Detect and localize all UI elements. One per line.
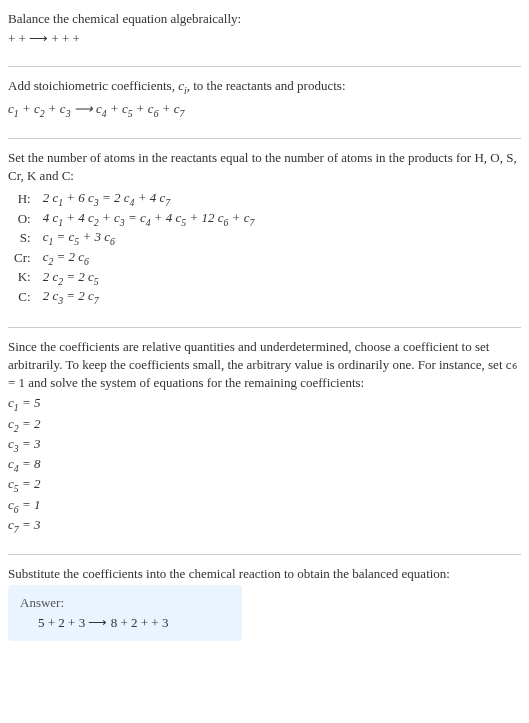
coefficient-item: c2 = 2 — [8, 415, 521, 435]
element-equation: 2 c2 = 2 c5 — [37, 268, 261, 288]
table-row: O:4 c1 + 4 c2 + c3 = c4 + 4 c5 + 12 c6 +… — [8, 209, 260, 229]
divider-2 — [8, 138, 521, 139]
table-row: S:c1 = c5 + 3 c6 — [8, 228, 260, 248]
element-label: Cr: — [8, 248, 37, 268]
element-label: S: — [8, 228, 37, 248]
table-row: Cr:c2 = 2 c6 — [8, 248, 260, 268]
solve-text: Since the coefficients are relative quan… — [8, 338, 521, 393]
section-solve: Since the coefficients are relative quan… — [8, 338, 521, 544]
table-row: K:2 c2 = 2 c5 — [8, 268, 260, 288]
stoich-text-a: Add stoichiometric coefficients, — [8, 78, 178, 93]
answer-label: Answer: — [20, 595, 230, 611]
element-equation: c1 = c5 + 3 c6 — [37, 228, 261, 248]
answer-equation: 5 + 2 + 3 ⟶ 8 + 2 + + 3 — [20, 615, 230, 631]
substitute-text: Substitute the coefficients into the che… — [8, 565, 521, 583]
coefficient-item: c6 = 1 — [8, 496, 521, 516]
table-row: C:2 c3 = 2 c7 — [8, 287, 260, 307]
element-equation: c2 = 2 c6 — [37, 248, 261, 268]
stoich-equation: c1 + c2 + c3 ⟶ c4 + c5 + c6 + c7 — [8, 100, 521, 120]
table-row: H:2 c1 + 6 c3 = 2 c4 + 4 c7 — [8, 189, 260, 209]
divider-3 — [8, 327, 521, 328]
atom-equations-table: H:2 c1 + 6 c3 = 2 c4 + 4 c7O:4 c1 + 4 c2… — [8, 189, 260, 307]
element-equation: 4 c1 + 4 c2 + c3 = c4 + 4 c5 + 12 c6 + c… — [37, 209, 261, 229]
coefficient-item: c1 = 5 — [8, 394, 521, 414]
section-stoich: Add stoichiometric coefficients, ci, to … — [8, 77, 521, 127]
section-atom-equations: Set the number of atoms in the reactants… — [8, 149, 521, 317]
element-equation: 2 c1 + 6 c3 = 2 c4 + 4 c7 — [37, 189, 261, 209]
element-equation: 2 c3 = 2 c7 — [37, 287, 261, 307]
element-label: C: — [8, 287, 37, 307]
divider-4 — [8, 554, 521, 555]
element-label: H: — [8, 189, 37, 209]
balance-line-1: Balance the chemical equation algebraica… — [8, 10, 521, 28]
element-label: O: — [8, 209, 37, 229]
coefficient-item: c7 = 3 — [8, 516, 521, 536]
answer-box: Answer: 5 + 2 + 3 ⟶ 8 + 2 + + 3 — [8, 585, 242, 641]
coefficient-item: c5 = 2 — [8, 475, 521, 495]
atom-eq-intro: Set the number of atoms in the reactants… — [8, 149, 521, 185]
stoich-text-b: , to the reactants and products: — [187, 78, 346, 93]
divider-1 — [8, 66, 521, 67]
balance-line-2: + + ⟶ + + + — [8, 30, 521, 48]
coefficient-list: c1 = 5c2 = 2c3 = 3c4 = 8c5 = 2c6 = 1c7 =… — [8, 394, 521, 536]
coefficient-item: c3 = 3 — [8, 435, 521, 455]
coefficient-item: c4 = 8 — [8, 455, 521, 475]
section-substitute: Substitute the coefficients into the che… — [8, 565, 521, 647]
section-balance-intro: Balance the chemical equation algebraica… — [8, 10, 521, 56]
element-label: K: — [8, 268, 37, 288]
stoich-text: Add stoichiometric coefficients, ci, to … — [8, 77, 521, 97]
